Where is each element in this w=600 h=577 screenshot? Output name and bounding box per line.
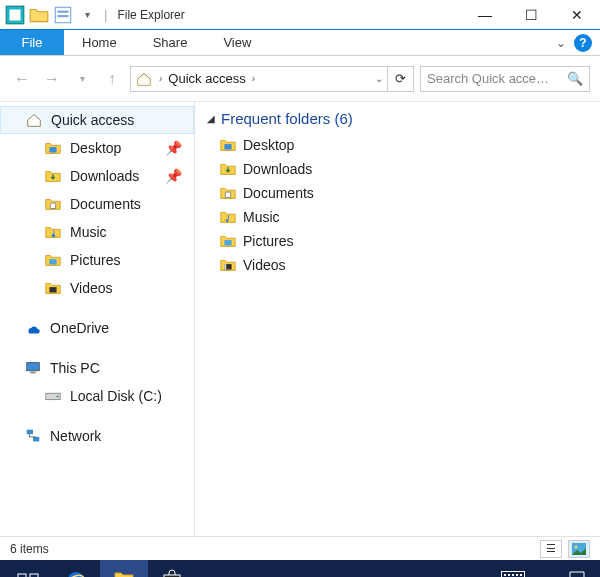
svg-point-12	[57, 396, 59, 398]
file-explorer-icon[interactable]	[100, 560, 148, 577]
sidebar-this-pc[interactable]: This PC	[0, 354, 194, 382]
folder-pictures[interactable]: Pictures	[207, 229, 588, 253]
folder-label: Downloads	[243, 161, 312, 177]
home-icon	[135, 70, 153, 88]
up-button[interactable]: ↑	[100, 67, 124, 91]
task-view-icon[interactable]	[4, 560, 52, 577]
sidebar-label: Pictures	[70, 252, 121, 268]
folder-icon	[219, 160, 237, 178]
address-bar[interactable]: › Quick access › ⌄	[130, 66, 388, 92]
sidebar-label: Documents	[70, 196, 141, 212]
sidebar-item-desktop[interactable]: Desktop 📌	[0, 134, 194, 162]
help-icon[interactable]: ?	[574, 34, 592, 52]
collapse-icon: ◢	[207, 113, 215, 124]
svg-rect-35	[508, 574, 510, 576]
sidebar-network[interactable]: Network	[0, 422, 194, 450]
sidebar-label: Quick access	[51, 112, 134, 128]
sidebar-local-disk[interactable]: Local Disk (C:)	[0, 382, 194, 410]
folder-videos[interactable]: Videos	[207, 253, 588, 277]
chevron-right-icon[interactable]: ›	[252, 73, 255, 84]
qat-dropdown-icon[interactable]: ▾	[76, 4, 98, 26]
pc-icon	[24, 359, 42, 377]
folder-music[interactable]: Music	[207, 205, 588, 229]
svg-point-22	[575, 545, 578, 548]
sidebar-quick-access[interactable]: Quick access	[0, 106, 194, 134]
navigation-pane: Quick access Desktop 📌 Downloads 📌 Docum…	[0, 102, 195, 536]
address-dropdown-icon[interactable]: ⌄	[375, 73, 383, 84]
folder-icon	[219, 232, 237, 250]
status-bar: 6 items ☰	[0, 536, 600, 560]
ribbon: File Home Share View ⌄ ?	[0, 30, 600, 56]
search-icon: 🔍	[567, 71, 583, 86]
folder-label: Documents	[243, 185, 314, 201]
view-large-icons-button[interactable]	[568, 540, 590, 558]
app-icon	[4, 4, 26, 26]
store-icon[interactable]	[148, 560, 196, 577]
forward-button[interactable]: →	[40, 67, 64, 91]
tab-view[interactable]: View	[205, 30, 269, 55]
qat-folder-icon[interactable]	[28, 4, 50, 26]
sidebar-item-pictures[interactable]: Pictures	[0, 246, 194, 274]
back-button[interactable]: ←	[10, 67, 34, 91]
svg-rect-15	[224, 144, 231, 149]
title-bar: ▾ | File Explorer — ☐ ✕	[0, 0, 600, 30]
ie-icon[interactable]	[52, 560, 100, 577]
svg-rect-9	[27, 363, 40, 371]
keyboard-icon[interactable]	[501, 571, 525, 578]
svg-rect-8	[49, 287, 56, 292]
recent-locations-icon[interactable]: ▾	[70, 67, 94, 91]
title-separator: |	[104, 7, 107, 22]
sidebar-item-documents[interactable]: Documents	[0, 190, 194, 218]
action-center-icon[interactable]	[568, 570, 586, 578]
folder-icon	[44, 223, 62, 241]
taskbar: ▲	[0, 560, 600, 577]
group-header[interactable]: ◢ Frequent folders (6)	[207, 110, 588, 127]
onedrive-icon	[24, 319, 42, 337]
network-icon	[24, 427, 42, 445]
minimize-button[interactable]: —	[462, 0, 508, 30]
search-input[interactable]: Search Quick acce… 🔍	[420, 66, 590, 92]
address-location: Quick access	[168, 71, 245, 86]
folder-label: Music	[243, 209, 280, 225]
svg-rect-5	[49, 147, 56, 152]
folder-icon	[219, 136, 237, 154]
home-icon	[25, 111, 43, 129]
sidebar-label: Desktop	[70, 140, 121, 156]
sidebar-label: Music	[70, 224, 107, 240]
folder-icon	[44, 195, 62, 213]
ribbon-collapse-icon[interactable]: ⌄	[556, 36, 566, 50]
svg-rect-16	[225, 192, 230, 197]
svg-rect-10	[30, 372, 35, 374]
folder-icon	[44, 167, 62, 185]
folder-label: Videos	[243, 257, 286, 273]
folder-downloads[interactable]: Downloads	[207, 157, 588, 181]
status-text: 6 items	[10, 542, 49, 556]
close-button[interactable]: ✕	[554, 0, 600, 30]
chevron-right-icon[interactable]: ›	[159, 73, 162, 84]
folder-icon	[219, 184, 237, 202]
file-tab[interactable]: File	[0, 30, 64, 55]
svg-rect-34	[504, 574, 506, 576]
svg-rect-14	[33, 437, 39, 442]
svg-rect-37	[516, 574, 518, 576]
sidebar-label: Downloads	[70, 168, 139, 184]
search-placeholder: Search Quick acce…	[427, 71, 549, 86]
sidebar-label: Network	[50, 428, 101, 444]
svg-rect-1	[10, 9, 21, 20]
sidebar-item-downloads[interactable]: Downloads 📌	[0, 162, 194, 190]
sidebar-label: Videos	[70, 280, 113, 296]
tab-share[interactable]: Share	[135, 30, 206, 55]
refresh-button[interactable]: ⟳	[388, 66, 414, 92]
folder-icon	[44, 251, 62, 269]
folder-documents[interactable]: Documents	[207, 181, 588, 205]
sidebar-onedrive[interactable]: OneDrive	[0, 314, 194, 342]
view-details-button[interactable]: ☰	[540, 540, 562, 558]
maximize-button[interactable]: ☐	[508, 0, 554, 30]
folder-desktop[interactable]: Desktop	[207, 133, 588, 157]
sidebar-item-music[interactable]: Music	[0, 218, 194, 246]
tab-home[interactable]: Home	[64, 30, 135, 55]
folder-icon	[44, 279, 62, 297]
qat-properties-icon[interactable]	[52, 4, 74, 26]
sidebar-item-videos[interactable]: Videos	[0, 274, 194, 302]
folder-icon	[219, 256, 237, 274]
